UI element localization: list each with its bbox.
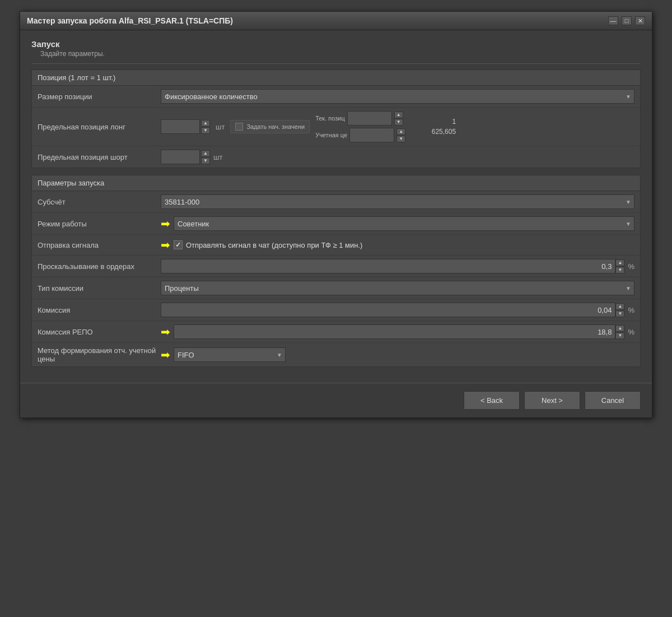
params-row-commission_repo: Комиссия РЕПО➡▲▼% [32, 321, 640, 343]
tec-pos-down[interactable]: ▼ [394, 119, 403, 126]
params-label-rezhim: Режим работы [38, 220, 161, 228]
init-label: Задать нач. значени [246, 123, 305, 130]
tec-right-values: 1 625,605 [411, 118, 456, 136]
position-short-label: Предельная позиция шорт [38, 153, 161, 161]
long-position-input[interactable]: 1 [161, 119, 200, 134]
tec-pos-label: Тек. позиц [315, 115, 345, 122]
spinner-up-commission_repo[interactable]: ▲ [615, 325, 624, 332]
close-button[interactable]: ✕ [635, 16, 645, 25]
params-row-slippage: Проскальзывание в ордерах▲▼% [32, 256, 640, 277]
page-title: Запуск [31, 39, 641, 49]
params-label-slippage: Проскальзывание в ордерах [38, 262, 161, 271]
params-control-commission_type: ПроцентыФиксированная [161, 281, 634, 295]
params-label-commission: Комиссия [38, 306, 161, 314]
long-unit: шт [216, 123, 225, 131]
uchet-up[interactable]: ▲ [396, 128, 405, 135]
uchet-input[interactable]: 625,605 [349, 128, 394, 142]
params-control-commission: ▲▼% [161, 303, 634, 317]
select-wrapper-commission_type: ПроцентыФиксированная [161, 281, 634, 295]
params-control-rezhim: ➡СоветникАвтоматическийРучной [161, 216, 634, 231]
short-position-up[interactable]: ▲ [201, 150, 210, 157]
params-row-commission: Комиссия▲▼% [32, 299, 640, 321]
spinner-input-slippage[interactable] [161, 259, 615, 273]
spinner-down-slippage[interactable]: ▼ [615, 267, 624, 273]
params-label-method: Метод формирования отч. учетной цены [38, 346, 161, 363]
section-header: Запуск Задайте параметры. [31, 39, 641, 58]
position-long-label: Предельная позиция лонг [38, 123, 161, 131]
params-label-commission_repo: Комиссия РЕПО [38, 328, 161, 336]
select-rezhim[interactable]: СоветникАвтоматическийРучной [174, 216, 634, 231]
init-group: Задать нач. значени [230, 120, 310, 133]
unit-commission_repo: % [628, 328, 634, 336]
spinner-down-commission[interactable]: ▼ [615, 310, 624, 317]
spinner-down-commission_repo[interactable]: ▼ [615, 332, 624, 339]
short-position-down[interactable]: ▼ [201, 157, 210, 164]
window-title: Мастер запуска робота Alfa_RSI_PSAR.1 (T… [27, 16, 233, 25]
params-row-method: Метод формирования отч. учетной цены➡FIF… [32, 343, 640, 367]
unit-commission: % [628, 306, 634, 314]
params-row-subchet: Субсчёт35811-000 [32, 191, 640, 213]
params-row-rezhim: Режим работы➡СоветникАвтоматическийРучно… [32, 213, 640, 235]
arrow-rezhim: ➡ [161, 217, 170, 230]
long-position-up[interactable]: ▲ [201, 120, 210, 127]
checkbox-row-signal: Отправлять сигнал в чат (доступно при ТФ… [174, 240, 362, 249]
select-method[interactable]: FIFOLIFOСредняя [174, 347, 286, 362]
position-panel: Позиция (1 лот = 1 шт.) Размер позиции Ф… [31, 69, 641, 168]
page-subtitle: Задайте параметры. [40, 50, 641, 58]
uchet-down[interactable]: ▼ [396, 136, 405, 142]
params-label-subchet: Субсчёт [38, 198, 161, 206]
minimize-button[interactable]: — [608, 16, 618, 25]
position-long-row: Предельная позиция лонг 1 ▲ ▼ [32, 108, 640, 146]
short-unit: шт [213, 153, 222, 161]
params-control-subchet: 35811-000 [161, 194, 634, 209]
spinner-group-commission_repo: ▲▼ [174, 324, 624, 339]
params-control-commission_repo: ➡▲▼% [161, 324, 634, 339]
short-position-input[interactable]: 1 [161, 150, 200, 164]
params-row-signal: Отправка сигнала➡Отправлять сигнал в чат… [32, 235, 640, 256]
spinner-group-slippage: ▲▼ [161, 259, 624, 273]
checkbox-signal[interactable] [174, 240, 183, 249]
params-panel-header: Параметры запуска [32, 175, 640, 191]
position-size-select-wrapper: Фиксированное количество [161, 89, 634, 104]
params-row-commission_type: Тип комиссииПроцентыФиксированная [32, 277, 640, 299]
tec-pos-input[interactable]: 1 [347, 111, 392, 126]
select-commission_type[interactable]: ПроцентыФиксированная [161, 281, 634, 295]
next-button[interactable]: Next > [524, 391, 580, 410]
select-wrapper-method: FIFOLIFOСредняя [174, 347, 286, 362]
spinner-up-commission[interactable]: ▲ [615, 303, 624, 310]
select-subchet[interactable]: 35811-000 [161, 194, 634, 209]
long-position-down[interactable]: ▼ [201, 127, 210, 134]
unit-slippage: % [628, 262, 634, 271]
arrow-method: ➡ [161, 348, 170, 361]
tec-pos-up[interactable]: ▲ [394, 112, 403, 118]
uchet-label: Учетная це [315, 132, 347, 138]
select-wrapper-subchet: 35811-000 [161, 194, 634, 209]
spinner-input-commission_repo[interactable] [174, 324, 615, 339]
params-label-signal: Отправка сигнала [38, 241, 161, 249]
arrow-signal: ➡ [161, 238, 170, 252]
back-button[interactable]: < Back [464, 391, 520, 410]
restore-button[interactable]: □ [622, 16, 632, 25]
spinner-up-slippage[interactable]: ▲ [615, 259, 624, 266]
position-size-select[interactable]: Фиксированное количество [161, 89, 634, 104]
select-wrapper-rezhim: СоветникАвтоматическийРучной [174, 216, 634, 231]
window-controls: — □ ✕ [608, 16, 645, 25]
init-checkbox[interactable] [235, 123, 243, 131]
position-panel-header: Позиция (1 лот = 1 шт.) [32, 70, 640, 86]
params-control-method: ➡FIFOLIFOСредняя [161, 347, 634, 362]
params-control-slippage: ▲▼% [161, 259, 634, 273]
tec-group: Тек. позиц 1 ▲ ▼ Учетная це 625,60 [315, 111, 405, 142]
footer: < Back Next > Cancel [20, 383, 652, 417]
spinner-input-commission[interactable] [161, 303, 615, 317]
arrow-commission_repo: ➡ [161, 325, 170, 338]
tec-pos-right: 1 [411, 118, 456, 126]
position-size-label: Размер позиции [38, 92, 161, 101]
position-short-row: Предельная позиция шорт 1 ▲ ▼ шт [32, 146, 640, 168]
checkbox-text-signal: Отправлять сигнал в чат (доступно при ТФ… [186, 241, 362, 249]
params-control-signal: ➡Отправлять сигнал в чат (доступно при Т… [161, 238, 634, 252]
spinner-group-commission: ▲▼ [161, 303, 624, 317]
cancel-button[interactable]: Cancel [585, 391, 641, 410]
params-panel: Параметры запуска Субсчёт35811-000Режим … [31, 175, 641, 367]
params-label-commission_type: Тип комиссии [38, 284, 161, 293]
uchet-right: 625,605 [411, 128, 456, 136]
